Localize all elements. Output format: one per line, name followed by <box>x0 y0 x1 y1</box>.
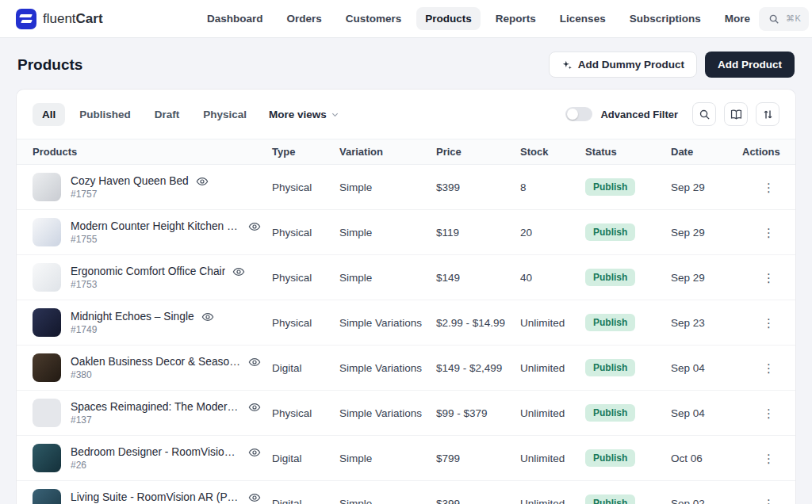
product-stock: 40 <box>520 272 585 284</box>
row-actions-kebab-icon[interactable]: ⋮ <box>758 269 779 287</box>
product-thumbnail[interactable] <box>33 173 61 201</box>
nav-item-subscriptions[interactable]: Subscriptions <box>621 7 710 30</box>
add-product-button[interactable]: Add Product <box>705 52 795 78</box>
product-stock: Unlimited <box>520 498 585 504</box>
row-actions-kebab-icon[interactable]: ⋮ <box>758 404 779 422</box>
nav-item-dashboard[interactable]: Dashboard <box>198 7 272 30</box>
product-variation: Simple <box>339 227 436 239</box>
product-name[interactable]: Living Suite - RoomVision AR (Profess... <box>71 491 241 503</box>
product-thumbnail[interactable] <box>33 218 61 246</box>
product-name[interactable]: Bedroom Designer - RoomVision AR (... <box>71 446 241 458</box>
nav-item-reports[interactable]: Reports <box>487 7 545 30</box>
product-thumbnail[interactable] <box>33 399 61 427</box>
col-status: Status <box>585 146 671 158</box>
product-id: #380 <box>71 369 92 380</box>
product-stock: Unlimited <box>520 317 585 329</box>
preview-eye-icon[interactable] <box>248 401 261 414</box>
product-id: #1749 <box>71 324 97 335</box>
tab-physical[interactable]: Physical <box>193 103 256 126</box>
table-row: Midnight Echoes – Single #1749 Physical … <box>17 300 795 346</box>
preview-eye-icon[interactable] <box>201 311 214 323</box>
add-dummy-product-button[interactable]: Add Dummy Product <box>549 52 697 78</box>
product-variation: Simple Variations <box>339 362 436 374</box>
col-stock: Stock <box>520 146 585 158</box>
row-actions-kebab-icon[interactable]: ⋮ <box>758 314 779 332</box>
product-type: Digital <box>272 498 339 504</box>
nav-item-products[interactable]: Products <box>416 7 481 30</box>
product-name[interactable]: Midnight Echoes – Single <box>71 311 194 323</box>
tab-draft[interactable]: Draft <box>145 103 190 126</box>
status-badge: Publish <box>585 178 635 196</box>
col-type: Type <box>272 146 339 158</box>
row-actions-kebab-icon[interactable]: ⋮ <box>758 494 779 504</box>
chevron-down-icon <box>331 110 339 119</box>
product-thumbnail[interactable] <box>33 353 61 382</box>
product-type: Physical <box>272 407 339 419</box>
product-stock: 8 <box>520 181 585 193</box>
row-actions-kebab-icon[interactable]: ⋮ <box>758 359 779 377</box>
product-id: #137 <box>71 414 92 426</box>
product-type: Digital <box>272 452 339 464</box>
status-badge: Publish <box>585 223 635 241</box>
product-price: $399 <box>436 498 520 504</box>
sparkles-icon <box>561 59 573 71</box>
global-search-button[interactable]: ⌘K <box>759 7 809 31</box>
sort-button[interactable] <box>756 102 779 126</box>
col-date: Date <box>671 146 742 158</box>
product-date: Sep 29 <box>671 227 742 239</box>
tab-all[interactable]: All <box>33 103 65 126</box>
preview-eye-icon[interactable] <box>248 491 261 504</box>
product-variation: Simple <box>339 181 436 193</box>
product-name[interactable]: Spaces Reimagined: The Modern Gui... <box>71 401 241 413</box>
product-date: Sep 23 <box>671 317 742 329</box>
product-thumbnail[interactable] <box>33 308 61 337</box>
product-thumbnail[interactable] <box>33 489 61 504</box>
product-price: $799 <box>436 452 520 464</box>
add-dummy-product-label: Add Dummy Product <box>578 59 684 71</box>
product-id: #1753 <box>71 279 97 290</box>
product-variation: Simple Variations <box>339 407 436 419</box>
table-row: Living Suite - RoomVision AR (Profess...… <box>17 481 795 504</box>
preview-eye-icon[interactable] <box>248 220 261 233</box>
brand-logo[interactable]: fluentCart <box>16 9 151 29</box>
nav-item-orders[interactable]: Orders <box>278 7 331 30</box>
more-views-dropdown[interactable]: More views <box>261 103 347 126</box>
preview-eye-icon[interactable] <box>232 265 245 278</box>
brand-wordmark: fluentCart <box>43 11 103 27</box>
product-date: Oct 06 <box>671 452 742 464</box>
product-name[interactable]: Modern Counter Height Kitchen Chair <box>71 220 241 232</box>
product-variation: Simple <box>339 272 436 284</box>
product-date: Sep 29 <box>671 181 742 193</box>
row-actions-kebab-icon[interactable]: ⋮ <box>758 223 779 242</box>
preview-eye-icon[interactable] <box>248 446 261 459</box>
nav-item-more[interactable]: More <box>716 7 759 30</box>
search-shortcut-label: ⌘K <box>786 13 801 24</box>
product-variation: Simple <box>339 498 436 504</box>
columns-book-button[interactable] <box>724 102 748 126</box>
row-actions-kebab-icon[interactable]: ⋮ <box>758 449 779 468</box>
advanced-filter-toggle[interactable] <box>565 107 592 121</box>
product-name[interactable]: Cozy Haven Queen Bed <box>71 175 189 187</box>
product-stock: Unlimited <box>520 362 585 374</box>
preview-eye-icon[interactable] <box>196 175 209 188</box>
col-variation: Variation <box>339 146 436 158</box>
product-stock: Unlimited <box>520 452 585 464</box>
product-stock: Unlimited <box>520 407 585 419</box>
product-type: Digital <box>272 362 339 374</box>
product-price: $2.99 - $14.99 <box>436 317 520 329</box>
product-name[interactable]: Ergonomic Comfort Office Chair <box>71 265 225 277</box>
product-stock: 20 <box>520 227 585 239</box>
product-thumbnail[interactable] <box>33 263 61 292</box>
product-date: Sep 02 <box>671 498 742 504</box>
status-badge: Publish <box>585 404 635 422</box>
nav-item-customers[interactable]: Customers <box>337 7 411 30</box>
product-name[interactable]: Oaklen Business Decor & Seasonal Int... <box>71 356 241 368</box>
table-search-button[interactable] <box>692 102 716 126</box>
product-thumbnail[interactable] <box>33 444 61 472</box>
tab-published[interactable]: Published <box>70 103 140 126</box>
product-type: Physical <box>272 181 339 193</box>
row-actions-kebab-icon[interactable]: ⋮ <box>758 178 779 197</box>
preview-eye-icon[interactable] <box>248 356 261 368</box>
product-price: $399 <box>436 181 520 193</box>
nav-item-licenses[interactable]: Licenses <box>551 7 615 30</box>
